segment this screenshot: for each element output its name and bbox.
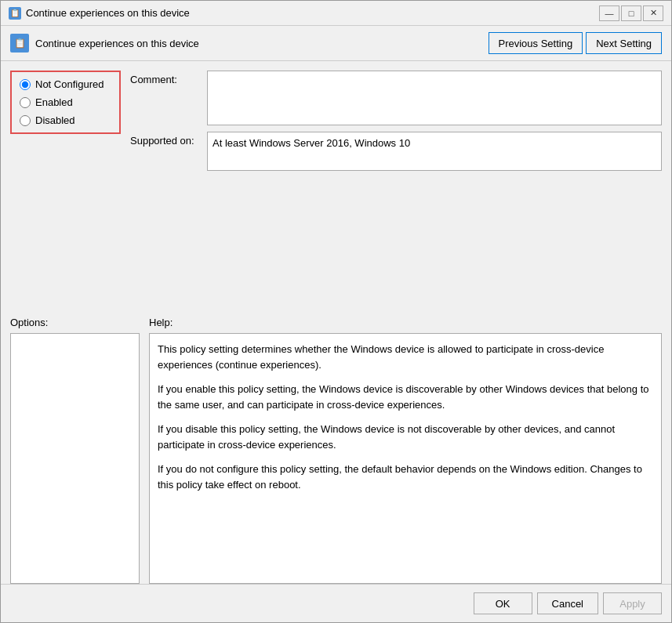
minimize-button[interactable]: — — [599, 5, 619, 21]
header-buttons: Previous Setting Next Setting — [489, 32, 663, 54]
next-setting-button[interactable]: Next Setting — [586, 32, 662, 54]
options-section-label: Options: — [10, 317, 140, 328]
help-text-box: This policy setting determines whether t… — [149, 333, 662, 584]
header-label: Continue experiences on this device — [35, 38, 199, 49]
radio-disabled-label: Disabled — [35, 114, 75, 126]
window-title: Continue experiences on this device — [26, 7, 190, 19]
comment-textarea[interactable] — [207, 71, 662, 125]
left-panel: Not Configured Enabled Disabled — [1, 61, 130, 312]
cancel-button[interactable]: Cancel — [537, 592, 598, 614]
header-icon: 📋 — [10, 34, 29, 53]
help-section: This policy setting determines whether t… — [149, 333, 662, 584]
radio-not-configured[interactable]: Not Configured — [20, 78, 111, 90]
panels-labels: Options: Help: — [1, 312, 671, 333]
help-para-2: If you enable this policy setting, the W… — [158, 382, 653, 412]
dialog-window: 📋 Continue experiences on this device — … — [0, 0, 672, 623]
header-title-group: 📋 Continue experiences on this device — [10, 34, 199, 53]
options-box — [10, 333, 140, 584]
supported-label: Supported on: — [130, 132, 201, 147]
right-panel: Comment: Supported on: At least Windows … — [130, 61, 671, 312]
options-section — [10, 333, 140, 584]
radio-enabled-input[interactable] — [20, 97, 31, 108]
prev-setting-button[interactable]: Previous Setting — [489, 32, 583, 54]
radio-disabled-input[interactable] — [20, 115, 31, 126]
comment-section: Comment: — [130, 71, 662, 125]
main-content: Not Configured Enabled Disabled Comment: — [1, 61, 671, 312]
help-section-label: Help: — [149, 317, 662, 328]
radio-not-configured-label: Not Configured — [35, 78, 104, 90]
close-button[interactable]: ✕ — [643, 5, 663, 21]
help-para-4: If you do not configure this policy sett… — [158, 462, 653, 492]
help-para-3: If you disable this policy setting, the … — [158, 422, 653, 452]
help-para-1: This policy setting determines whether t… — [158, 342, 653, 372]
apply-button[interactable]: Apply — [603, 592, 662, 614]
comment-label: Comment: — [130, 71, 201, 85]
title-bar-left: 📋 Continue experiences on this device — [9, 7, 190, 20]
window-icon: 📋 — [9, 7, 21, 20]
radio-group: Not Configured Enabled Disabled — [10, 71, 121, 134]
supported-section: Supported on: At least Windows Server 20… — [130, 132, 662, 171]
radio-disabled[interactable]: Disabled — [20, 114, 111, 126]
maximize-button[interactable]: □ — [621, 5, 641, 21]
title-bar: 📋 Continue experiences on this device — … — [1, 1, 671, 26]
title-controls: — □ ✕ — [599, 5, 663, 21]
footer: OK Cancel Apply — [1, 584, 671, 622]
radio-enabled[interactable]: Enabled — [20, 96, 111, 108]
supported-value: At least Windows Server 2016, Windows 10 — [207, 132, 662, 171]
radio-enabled-label: Enabled — [35, 96, 73, 108]
radio-not-configured-input[interactable] — [20, 79, 31, 90]
bottom-panels: This policy setting determines whether t… — [1, 333, 671, 584]
ok-button[interactable]: OK — [474, 592, 532, 614]
header-bar: 📋 Continue experiences on this device Pr… — [1, 26, 671, 61]
